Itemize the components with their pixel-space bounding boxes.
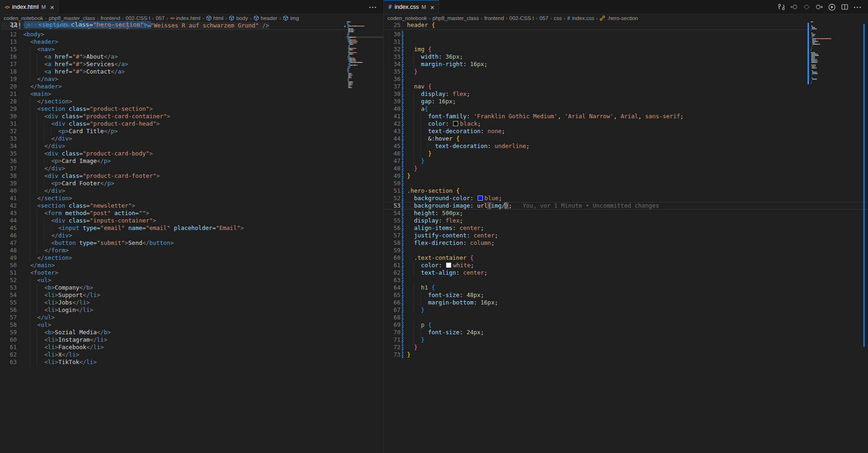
- code-line[interactable]: 15 <nav>: [0, 46, 383, 53]
- code-line[interactable]: 35 }: [384, 68, 868, 75]
- code-line[interactable]: 54 height: 500px;: [384, 210, 868, 217]
- code-line[interactable]: 47 <button type="submit">Send</button>: [0, 239, 383, 247]
- code-line[interactable]: 59: [384, 247, 868, 254]
- breadcrumb-item[interactable]: frontend: [100, 15, 120, 21]
- code-line[interactable]: 37 </div>: [0, 165, 383, 172]
- breadcrumb-item[interactable]: php8_master_class: [433, 15, 479, 21]
- code-line[interactable]: 53 background-image: url(img/);You, vor …: [384, 202, 868, 210]
- code-line[interactable]: 43 <form method="post" action="">: [0, 210, 383, 217]
- code-line[interactable]: 69 p {: [384, 321, 868, 329]
- breadcrumb-item[interactable]: #index.css: [568, 15, 594, 21]
- code-line[interactable]: 60 .text-container {: [384, 254, 868, 262]
- code-line[interactable]: 36: [384, 75, 868, 83]
- code-line[interactable]: 49 </section>: [0, 254, 383, 262]
- code-line[interactable]: 52 <ul>: [0, 277, 383, 284]
- breadcrumb-item[interactable]: 002-CSS I: [126, 15, 150, 21]
- code-line[interactable]: 52 background-color: blue;: [384, 195, 868, 202]
- code-line[interactable]: 17 <a href="#">Services</a>: [0, 61, 383, 68]
- code-line[interactable]: 18 <a href="#">Contact</a>: [0, 68, 383, 75]
- code-line[interactable]: 13 <header>: [0, 38, 383, 46]
- previous-change-icon[interactable]: [790, 3, 798, 11]
- breadcrumb-item[interactable]: css: [554, 15, 562, 21]
- code-line[interactable]: 68: [384, 314, 868, 321]
- code-editor-html[interactable]: 2<html lang="de"> 12<body>13 <header>14 …: [0, 21, 383, 453]
- breadcrumb-item[interactable]: 057: [540, 15, 548, 21]
- code-line[interactable]: 38 display: flex;: [384, 90, 868, 98]
- code-line[interactable]: 50 </main>: [0, 262, 383, 269]
- code-line[interactable]: 51 <footer>: [0, 269, 383, 277]
- breadcrumb-item[interactable]: 057: [156, 15, 165, 21]
- code-line[interactable]: 48 </form>: [0, 247, 383, 254]
- minimap[interactable]: [347, 21, 383, 88]
- split-editor-icon[interactable]: [841, 3, 848, 11]
- code-line[interactable]: 67 }: [384, 306, 868, 314]
- code-line[interactable]: 30: [384, 31, 868, 38]
- code-line[interactable]: 63 <li>TikTok</li>: [0, 358, 383, 366]
- code-line[interactable]: 19 </nav>: [0, 75, 383, 83]
- code-line[interactable]: 44 &:hover {: [384, 135, 868, 142]
- code-line[interactable]: 40 </div>: [0, 187, 383, 195]
- color-swatch[interactable]: [478, 196, 483, 201]
- code-line[interactable]: 53 <b>Company</b>: [0, 284, 383, 291]
- code-line[interactable]: 33 </div>: [0, 135, 383, 142]
- code-line[interactable]: 47 }: [384, 157, 868, 165]
- code-line[interactable]: 57 </ul>: [0, 314, 383, 321]
- code-line[interactable]: 31: [384, 38, 868, 46]
- code-line[interactable]: 28 </section>: [0, 98, 383, 105]
- code-line[interactable]: 60 <li>Instagram</li>: [0, 336, 383, 344]
- code-line[interactable]: 40 a{: [384, 105, 868, 113]
- code-line[interactable]: 39 <p>Card Footer</p>: [0, 180, 383, 187]
- code-line[interactable]: 56 align-items: center;: [384, 224, 868, 232]
- tab-index-html[interactable]: <> index.html M ×: [0, 0, 59, 14]
- code-line[interactable]: 32 img {: [384, 46, 868, 53]
- code-line[interactable]: 51.hero-section {: [384, 187, 868, 195]
- code-line[interactable]: 56 <li>Login</li>: [0, 306, 383, 314]
- code-line[interactable]: 38 <div class="product-card-footer">: [0, 172, 383, 180]
- breadcrumb-item[interactable]: <>index.html: [170, 15, 200, 21]
- code-line[interactable]: 62 <li>X</li>: [0, 351, 383, 358]
- code-line[interactable]: 34 margin-right: 16px;: [384, 61, 868, 68]
- code-line[interactable]: 35 <div class="product-card-body">: [0, 150, 383, 157]
- next-change-icon[interactable]: [815, 3, 823, 11]
- code-line[interactable]: 49}: [384, 172, 868, 180]
- code-editor-css[interactable]: 25header { 303132 img {33 width: 36px;34…: [384, 21, 868, 453]
- code-line[interactable]: 34 </div>: [0, 142, 383, 150]
- code-line[interactable]: 39 gap: 16px;: [384, 98, 868, 105]
- breadcrumb-item[interactable]: coden_notebook: [4, 15, 43, 21]
- code-line[interactable]: 31 <div class="product-card-head">: [0, 120, 383, 128]
- tab-index-css[interactable]: # index.css M ×: [384, 0, 439, 14]
- breadcrumb-item[interactable]: img: [283, 15, 299, 21]
- code-line[interactable]: 32 <p>Card Title</p>: [0, 128, 383, 135]
- breadcrumb-item[interactable]: html: [206, 15, 224, 21]
- code-line[interactable]: 42 color: black;: [384, 120, 868, 128]
- code-line[interactable]: 66 margin-bottom: 16px;: [384, 299, 868, 306]
- color-swatch[interactable]: [453, 121, 458, 126]
- code-line[interactable]: 45 <input type="email" name="email" plac…: [0, 224, 383, 232]
- code-line[interactable]: 64 h1 {: [384, 284, 868, 291]
- code-line[interactable]: 20 </header>: [0, 83, 383, 90]
- code-line[interactable]: 22› <section class="hero-section">…: [0, 21, 151, 28]
- code-line[interactable]: 33 width: 36px;: [384, 53, 868, 61]
- code-line[interactable]: 16 <a href="#">About</a>: [0, 53, 383, 61]
- code-line[interactable]: 30 <div class="product-card-container">: [0, 113, 383, 120]
- code-line[interactable]: 65 font-size: 48px;: [384, 291, 868, 299]
- code-line[interactable]: 48 }: [384, 165, 868, 172]
- code-line[interactable]: 55 <li>Jobs</li>: [0, 299, 383, 306]
- run-code-icon[interactable]: [828, 3, 836, 11]
- breadcrumb-item[interactable]: 002-CSS I: [509, 15, 534, 21]
- code-line[interactable]: 61 color: white;: [384, 262, 868, 269]
- close-tab-icon[interactable]: ×: [430, 4, 434, 11]
- code-line[interactable]: 72 }: [384, 344, 868, 351]
- code-line[interactable]: 58 <ul>: [0, 321, 383, 329]
- code-line[interactable]: 42 <section class="newsletter">: [0, 202, 383, 210]
- minimap[interactable]: [811, 21, 853, 84]
- code-line[interactable]: 29 <section class="product-section">: [0, 105, 383, 113]
- code-line[interactable]: 12<body>: [0, 31, 383, 38]
- code-line[interactable]: 37 nav {: [384, 83, 868, 90]
- code-line[interactable]: 43 text-decoration: none;: [384, 128, 868, 135]
- code-line[interactable]: 57 justify-content: center;: [384, 232, 868, 239]
- code-line[interactable]: 73}: [384, 351, 868, 358]
- code-line[interactable]: 44 <div class="inputs-container">: [0, 217, 383, 224]
- code-line[interactable]: 41 font-family: 'Franklin Gothic Medium'…: [384, 113, 868, 120]
- code-line[interactable]: 62 text-align: center;: [384, 269, 868, 277]
